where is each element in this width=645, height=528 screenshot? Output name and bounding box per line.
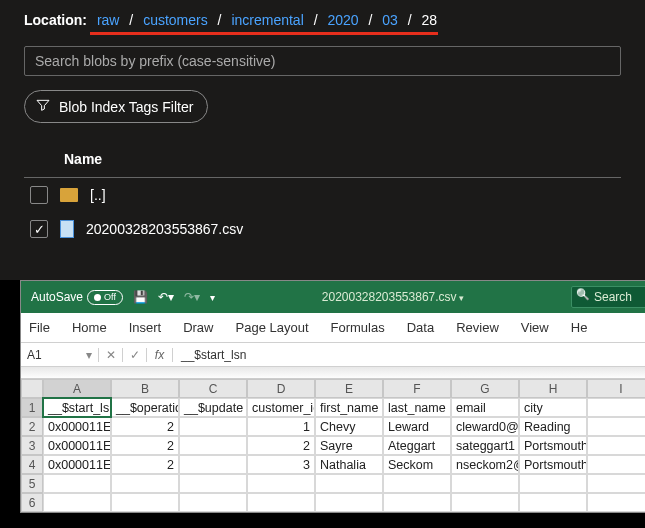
search-button[interactable]: Search — [571, 286, 645, 308]
cell[interactable] — [383, 493, 451, 512]
tab-help[interactable]: He — [571, 320, 588, 335]
name-box[interactable]: A1 — [21, 348, 99, 362]
cell[interactable]: 2 — [111, 417, 179, 436]
save-icon[interactable]: 💾 — [133, 290, 148, 304]
cell[interactable]: Ateggart — [383, 436, 451, 455]
cell[interactable] — [247, 493, 315, 512]
cell[interactable]: Portsmouth — [519, 436, 587, 455]
cell[interactable]: nseckom2@ — [451, 455, 519, 474]
column-header[interactable]: H — [519, 379, 587, 398]
cell[interactable] — [587, 474, 645, 493]
column-header[interactable]: A — [43, 379, 111, 398]
list-item[interactable]: [..] — [24, 178, 621, 212]
fx-icon[interactable]: fx — [147, 348, 173, 362]
cell[interactable] — [587, 436, 645, 455]
cell[interactable] — [383, 474, 451, 493]
cell[interactable]: 0x000011E — [43, 436, 111, 455]
column-header[interactable]: G — [451, 379, 519, 398]
cell[interactable] — [179, 436, 247, 455]
breadcrumb-raw[interactable]: raw — [97, 12, 120, 28]
tab-formulas[interactable]: Formulas — [331, 320, 385, 335]
column-header[interactable]: F — [383, 379, 451, 398]
cell[interactable]: Portsmouth — [519, 455, 587, 474]
search-input[interactable] — [24, 46, 621, 76]
spreadsheet-grid[interactable]: ABCDEFGHI1__$start_lsn__$operation__$upd… — [21, 379, 645, 512]
row-header[interactable]: 4 — [21, 455, 43, 474]
formula-input[interactable]: __$start_lsn — [173, 348, 645, 362]
undo-icon[interactable]: ↶▾ — [158, 290, 174, 304]
enter-icon[interactable]: ✓ — [123, 348, 147, 362]
cell[interactable]: cleward0@ — [451, 417, 519, 436]
cell[interactable] — [315, 493, 383, 512]
cell[interactable]: 2 — [247, 436, 315, 455]
cell[interactable] — [179, 493, 247, 512]
tab-page-layout[interactable]: Page Layout — [236, 320, 309, 335]
checkbox[interactable] — [30, 186, 48, 204]
cell[interactable] — [179, 474, 247, 493]
tab-home[interactable]: Home — [72, 320, 107, 335]
column-header[interactable]: C — [179, 379, 247, 398]
cell[interactable]: Sayre — [315, 436, 383, 455]
cell[interactable]: customer_id — [247, 398, 315, 417]
row-header[interactable]: 6 — [21, 493, 43, 512]
cell[interactable] — [179, 417, 247, 436]
cell[interactable] — [111, 474, 179, 493]
cell[interactable]: Reading — [519, 417, 587, 436]
blob-index-tags-filter-button[interactable]: Blob Index Tags Filter — [24, 90, 208, 123]
cell[interactable] — [111, 493, 179, 512]
cell[interactable] — [43, 474, 111, 493]
redo-icon[interactable]: ↷▾ — [184, 290, 200, 304]
cell[interactable]: 2 — [111, 436, 179, 455]
cell[interactable]: last_name — [383, 398, 451, 417]
cell[interactable]: city — [519, 398, 587, 417]
cell[interactable]: 1 — [247, 417, 315, 436]
cell[interactable]: __$operation — [111, 398, 179, 417]
row-header[interactable]: 5 — [21, 474, 43, 493]
cell[interactable] — [519, 474, 587, 493]
cell[interactable]: first_name — [315, 398, 383, 417]
tab-review[interactable]: Review — [456, 320, 499, 335]
cell[interactable] — [587, 455, 645, 474]
filename-dropdown[interactable]: 20200328203553867.csv — [227, 290, 559, 304]
column-header[interactable]: E — [315, 379, 383, 398]
row-header[interactable]: 1 — [21, 398, 43, 417]
cell[interactable]: 0x000011E — [43, 417, 111, 436]
cell[interactable]: email — [451, 398, 519, 417]
cell[interactable]: __$start_lsn — [43, 398, 111, 417]
customize-qat-icon[interactable]: ▾ — [210, 292, 215, 303]
cell[interactable]: __$update — [179, 398, 247, 417]
breadcrumb-03[interactable]: 03 — [382, 12, 398, 28]
tab-view[interactable]: View — [521, 320, 549, 335]
cell[interactable] — [587, 398, 645, 417]
cell[interactable] — [451, 493, 519, 512]
cell[interactable]: Nathalia — [315, 455, 383, 474]
cell[interactable] — [247, 474, 315, 493]
cell[interactable] — [519, 493, 587, 512]
list-item[interactable]: 20200328203553867.csv — [24, 212, 621, 246]
row-header[interactable]: 2 — [21, 417, 43, 436]
cell[interactable]: 2 — [111, 455, 179, 474]
column-header[interactable]: I — [587, 379, 645, 398]
autosave-toggle[interactable]: AutoSave Off — [31, 290, 123, 305]
tab-insert[interactable]: Insert — [129, 320, 162, 335]
checkbox[interactable] — [30, 220, 48, 238]
cancel-icon[interactable]: ✕ — [99, 348, 123, 362]
breadcrumb-2020[interactable]: 2020 — [327, 12, 358, 28]
breadcrumb-incremental[interactable]: incremental — [231, 12, 303, 28]
cell[interactable] — [587, 493, 645, 512]
cell[interactable]: sateggart1 — [451, 436, 519, 455]
tab-draw[interactable]: Draw — [183, 320, 213, 335]
cell[interactable]: 0x000011E — [43, 455, 111, 474]
tab-data[interactable]: Data — [407, 320, 434, 335]
cell[interactable]: 3 — [247, 455, 315, 474]
breadcrumb-customers[interactable]: customers — [143, 12, 208, 28]
column-header[interactable]: B — [111, 379, 179, 398]
cell[interactable] — [587, 417, 645, 436]
cell[interactable] — [43, 493, 111, 512]
row-header[interactable]: 3 — [21, 436, 43, 455]
cell[interactable]: Seckom — [383, 455, 451, 474]
cell[interactable] — [315, 474, 383, 493]
cell[interactable] — [179, 455, 247, 474]
cell[interactable] — [451, 474, 519, 493]
select-all-corner[interactable] — [21, 379, 43, 398]
